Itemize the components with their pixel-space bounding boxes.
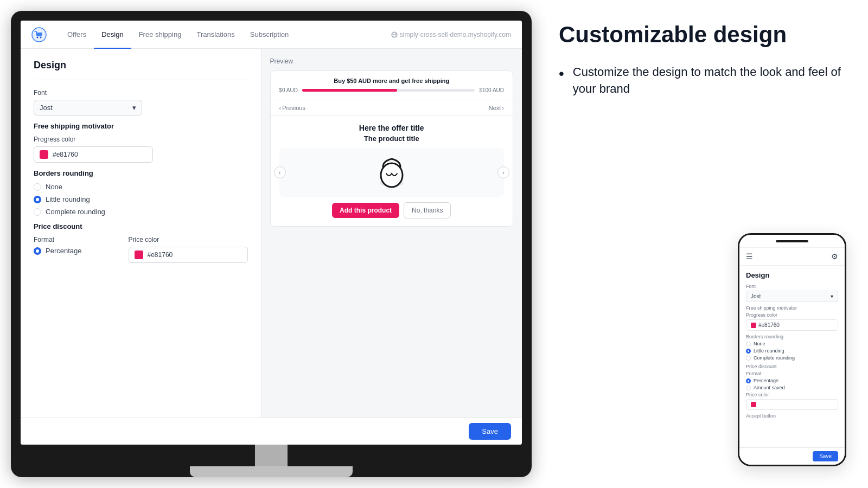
color-value: #e81760 (53, 151, 78, 158)
preview-panel: Preview Buy $50 AUD more and get free sh… (261, 49, 522, 418)
free-shipping-title: Free shipping motivator (34, 122, 248, 130)
mobile-frame: ☰ ⚙ Design Font Jost ▾ Free shipping mot… (738, 233, 846, 466)
price-color-label: Price color (129, 236, 248, 243)
mobile-format-label: Format (746, 371, 838, 376)
preview-card: Buy $50 AUD more and get free shipping $… (270, 70, 513, 227)
borders-section: Borders rounding None Little rounding (34, 169, 248, 216)
price-color-value: #e81760 (148, 251, 173, 259)
svg-point-2 (40, 36, 42, 38)
mobile-progress-color[interactable]: #e81760 (746, 319, 838, 331)
nav-next[interactable]: Next › (489, 105, 504, 111)
price-discount-title: Price discount (34, 222, 248, 230)
form-panel: Design Font Jost ▾ (21, 49, 261, 418)
bullet-section: • Customize the design to match the look… (559, 64, 846, 98)
progress-row: $0 AUD $100 AUD (279, 87, 504, 93)
border-none[interactable]: None (34, 183, 248, 191)
mobile-save-button[interactable]: Save (813, 451, 838, 461)
nav-prev[interactable]: ‹ Previous (279, 105, 305, 111)
mobile-format-amount[interactable]: Amount saved (746, 385, 838, 390)
mobile-border-little[interactable]: Little rounding (746, 348, 838, 354)
borders-radio-group: None Little rounding Complete rounding (34, 183, 248, 216)
price-color-swatch (135, 251, 143, 259)
progress-track (302, 89, 475, 92)
hamburger-icon[interactable]: ☰ (746, 252, 753, 261)
app-logo (31, 27, 47, 42)
save-bar: Save (21, 418, 522, 445)
shipping-text: Buy $50 AUD more and get free shipping (279, 78, 504, 84)
monitor-base (190, 466, 353, 477)
free-shipping-section: Free shipping motivator Progress color #… (34, 122, 248, 163)
monitor-neck (255, 445, 288, 466)
mobile-font-select[interactable]: Jost ▾ (746, 291, 838, 302)
color-swatch (40, 150, 48, 159)
left-panel: Offers Design Free shipping Translations… (0, 0, 542, 488)
mobile-border-complete[interactable]: Complete rounding (746, 355, 838, 361)
bullet-dot: • (559, 64, 564, 98)
offer-title: Here the offer title (279, 124, 504, 132)
mobile-price-color[interactable] (746, 399, 838, 410)
format-col: Format Percentage (34, 236, 116, 263)
mobile-content: Design Font Jost ▾ Free shipping motivat… (739, 266, 845, 426)
chevron-down-icon: ▾ (132, 104, 136, 112)
mobile-color-dot (751, 323, 756, 328)
preview-label: Preview (270, 57, 513, 65)
product-illustration (370, 151, 413, 194)
store-icon (391, 31, 398, 38)
decline-button[interactable]: No, thanks (404, 202, 451, 219)
save-button[interactable]: Save (469, 423, 511, 440)
tab-subscription[interactable]: Subscription (242, 21, 297, 49)
mobile-accept-label: Accept button (746, 413, 838, 419)
progress-color-input[interactable]: #e81760 (34, 146, 153, 163)
format-label: Format (34, 236, 116, 243)
price-color-input[interactable]: #e81760 (129, 247, 248, 263)
border-complete[interactable]: Complete rounding (34, 208, 248, 216)
progress-min: $0 AUD (279, 87, 298, 93)
preview-nav: ‹ Previous Next › (271, 100, 513, 116)
format-percentage[interactable]: Percentage (34, 247, 116, 255)
tab-free-shipping[interactable]: Free shipping (131, 21, 189, 49)
svg-point-5 (381, 163, 403, 187)
mobile-app-header: ☰ ⚙ (739, 248, 845, 266)
mobile-save-bar: Save (739, 447, 845, 465)
mobile-radio-amount (746, 386, 751, 390)
product-image: › ‹ (279, 148, 504, 197)
mobile-format-percentage[interactable]: Percentage (746, 378, 838, 383)
border-little[interactable]: Little rounding (34, 195, 248, 203)
nav-tabs: Offers Design Free shipping Translations… (60, 21, 296, 48)
add-product-button[interactable]: Add this product (332, 203, 399, 218)
radio-little (34, 196, 41, 203)
mobile-border-none[interactable]: None (746, 341, 838, 346)
mobile-notch (739, 235, 845, 248)
tab-translations[interactable]: Translations (189, 21, 242, 49)
mobile-mockup: ☰ ⚙ Design Font Jost ▾ Free shipping mot… (738, 233, 846, 466)
mobile-price-color-dot (751, 402, 756, 407)
mobile-price-discount-title: Price discount (746, 364, 838, 369)
arrow-right[interactable]: › (497, 166, 509, 178)
mobile-radio-complete (746, 356, 751, 361)
mobile-progress-label: Progress color (746, 312, 838, 318)
mobile-radio-none (746, 342, 751, 346)
font-section: Font Jost ▾ (34, 89, 248, 115)
app-header: Offers Design Free shipping Translations… (21, 21, 522, 49)
progress-fill (302, 89, 397, 92)
price-discount-section: Price discount Format Percentage (34, 222, 248, 263)
gear-icon[interactable]: ⚙ (831, 252, 838, 261)
mobile-radio-pct (746, 378, 751, 383)
borders-title: Borders rounding (34, 169, 248, 177)
font-select[interactable]: Jost ▾ (34, 100, 142, 115)
progress-color-label: Progress color (34, 136, 248, 143)
price-color-col: Price color #e81760 (129, 236, 248, 263)
monitor-screen: Offers Design Free shipping Translations… (21, 21, 522, 445)
store-url: simply-cross-sell-demo.myshopify.com (391, 31, 511, 38)
arrow-left[interactable]: ‹ (274, 166, 286, 178)
tab-offers[interactable]: Offers (60, 21, 94, 49)
font-label: Font (34, 89, 248, 97)
mobile-borders-title: Borders rounding (746, 334, 838, 339)
svg-point-1 (37, 36, 39, 38)
tab-design[interactable]: Design (94, 21, 131, 49)
product-title: The product title (279, 134, 504, 143)
page-title: Design (34, 60, 248, 71)
headline: Customizable design (559, 22, 846, 48)
product-actions: Add this product No, thanks (279, 202, 504, 219)
right-panel: Customizable design • Customize the desi… (542, 0, 868, 488)
